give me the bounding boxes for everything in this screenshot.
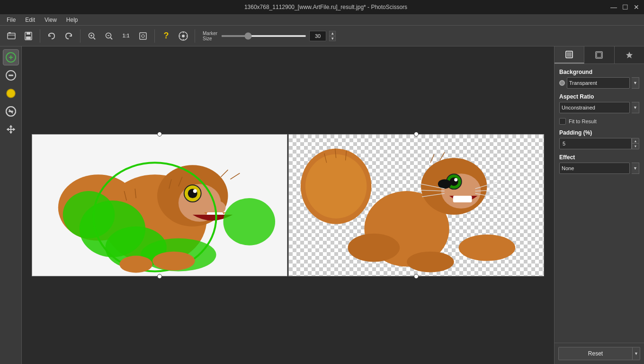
svg-rect-0 (8, 33, 15, 39)
marker-size-slider[interactable] (221, 35, 306, 37)
right-panel: Background Transparent ▼ Aspect Ratio Un… (554, 46, 644, 364)
marker-size-down[interactable]: ▼ (329, 36, 336, 41)
title-bar: 1360x768_1112900_[www.ArtFile.ru]_result… (0, 0, 644, 14)
result-bottom-handle[interactable] (414, 274, 419, 279)
background-dropdown-row: Transparent ▼ (559, 77, 639, 89)
reset-dropdown-btn[interactable]: ▼ (633, 347, 640, 360)
svg-point-72 (459, 235, 516, 261)
result-top-handle[interactable] (414, 132, 419, 136)
effect-dropdown-row: None ▼ (559, 163, 639, 174)
effect-select[interactable]: None (559, 163, 630, 174)
close-button[interactable]: ✕ (633, 3, 640, 11)
background-dot (559, 80, 565, 86)
open-button[interactable] (4, 28, 19, 44)
background-label: Background (559, 69, 639, 75)
minimize-button[interactable]: — (610, 3, 617, 11)
aspect-ratio-dropdown-row: Unconstrained ▼ (559, 102, 639, 113)
svg-point-44 (224, 198, 276, 246)
padding-label: Padding (%) (559, 129, 639, 136)
color-marker-button[interactable] (3, 85, 19, 101)
canvas-panels (22, 46, 554, 364)
fit-to-result-checkbox[interactable] (559, 118, 566, 125)
svg-point-58 (348, 234, 400, 262)
svg-point-25 (7, 89, 15, 98)
effect-label: Effect (559, 154, 639, 161)
zoom-out-button[interactable] (101, 28, 116, 44)
svg-rect-12 (140, 33, 146, 39)
svg-rect-65 (453, 196, 472, 202)
padding-up[interactable]: ▲ (632, 138, 639, 144)
left-toolbar (0, 46, 22, 364)
reset-button[interactable]: Reset (558, 347, 633, 360)
move-button[interactable] (3, 121, 19, 137)
menu-edit[interactable]: Edit (20, 16, 40, 24)
svg-point-42 (63, 191, 115, 238)
tab-favorites[interactable] (615, 46, 644, 64)
svg-rect-3 (27, 32, 30, 35)
original-image-svg (32, 134, 287, 276)
marker-size-control: 30 ▲ ▼ (221, 31, 336, 41)
add-marker-button[interactable] (3, 49, 19, 65)
tab-output[interactable] (555, 46, 584, 64)
zoom-fit-button[interactable] (135, 28, 151, 44)
svg-rect-80 (567, 52, 572, 57)
svg-point-53 (119, 256, 152, 273)
effect-section: Effect None ▼ (559, 154, 639, 174)
original-panel-container (32, 134, 287, 276)
svg-point-52 (152, 252, 195, 271)
help-button[interactable]: ? (159, 28, 174, 44)
window-controls: — ☐ ✕ (610, 3, 640, 11)
menu-view[interactable]: View (40, 16, 62, 24)
right-panel-tabs (555, 46, 644, 64)
aspect-ratio-select[interactable]: Unconstrained (559, 102, 630, 113)
original-panel[interactable] (32, 134, 287, 276)
svg-point-73 (407, 252, 454, 273)
menu-help[interactable]: Help (62, 16, 83, 24)
bottom-handle[interactable] (157, 274, 162, 279)
padding-input-row: ▲ ▼ (559, 138, 639, 149)
aspect-ratio-dropdown-arrow[interactable]: ▼ (632, 102, 639, 113)
marker-size-up[interactable]: ▲ (329, 31, 336, 36)
marker-size-value: 30 (309, 31, 326, 41)
background-select[interactable]: Transparent (567, 77, 630, 89)
redo-button[interactable] (61, 28, 76, 44)
original-image (32, 135, 287, 276)
result-panel[interactable] (288, 134, 544, 276)
main-layout: Background Transparent ▼ Aspect Ratio Un… (0, 46, 644, 364)
svg-point-37 (193, 189, 197, 193)
erase-marker-button[interactable] (3, 67, 19, 83)
svg-marker-83 (626, 52, 633, 58)
svg-rect-24 (9, 75, 13, 76)
save-button[interactable] (21, 28, 36, 44)
effect-dropdown-arrow[interactable]: ▼ (632, 163, 639, 174)
aspect-ratio-label: Aspect Ratio (559, 93, 639, 100)
right-panel-content: Background Transparent ▼ Aspect Ratio Un… (555, 64, 644, 343)
svg-line-10 (111, 37, 113, 39)
zoom-100-label: 1:1 (123, 33, 129, 38)
background-dropdown-arrow[interactable]: ▼ (632, 77, 639, 89)
process-button[interactable] (176, 28, 191, 44)
zoom-100-button[interactable]: 1:1 (118, 28, 134, 44)
padding-section: Padding (%) ▲ ▼ (559, 129, 639, 149)
result-image (289, 135, 544, 276)
svg-point-13 (142, 35, 144, 37)
top-handle[interactable] (157, 132, 162, 136)
padding-down[interactable]: ▼ (632, 144, 639, 149)
canvas-area (22, 46, 554, 364)
zoom-in-button[interactable] (84, 28, 99, 44)
marker-size-label: Marker Size (203, 31, 217, 41)
window-title: 1360x768_1112900_[www.ArtFile.ru]_result… (42, 4, 610, 10)
tab-layers[interactable] (584, 46, 614, 64)
help-icon: ? (164, 31, 169, 41)
menu-file[interactable]: File (2, 16, 20, 24)
padding-input[interactable] (559, 138, 632, 149)
undo-button[interactable] (44, 28, 59, 44)
svg-line-78 (440, 152, 445, 160)
fit-to-result-label[interactable]: Fit to Result (569, 118, 597, 124)
maximize-button[interactable]: ☐ (621, 3, 629, 11)
svg-point-64 (438, 179, 451, 189)
svg-rect-4 (26, 36, 31, 39)
padding-spinners: ▲ ▼ (632, 138, 639, 149)
clear-button[interactable] (3, 103, 19, 119)
aspect-ratio-section: Aspect Ratio Unconstrained ▼ (559, 93, 639, 113)
